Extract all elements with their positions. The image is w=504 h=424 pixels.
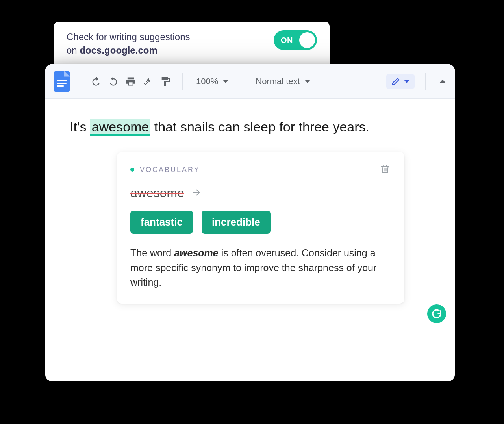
replacement-chip[interactable]: fantastic — [130, 211, 193, 234]
style-dropdown[interactable]: Normal text — [252, 76, 313, 87]
original-word: awesome — [130, 186, 184, 200]
chevron-down-icon — [223, 80, 228, 83]
highlighted-word[interactable]: awesome — [90, 119, 151, 136]
settings-line1: Check for writing suggestions — [67, 31, 190, 42]
collapse-toolbar-button[interactable] — [439, 80, 446, 83]
paint-format-button[interactable] — [159, 75, 172, 88]
chevron-down-icon — [404, 80, 410, 83]
toolbar: 100% Normal text — [45, 64, 455, 99]
settings-domain: docs.google.com — [80, 45, 157, 56]
zoom-value: 100% — [196, 76, 218, 87]
category-label: VOCABULARY — [140, 166, 200, 174]
settings-text: Check for writing suggestions on docs.go… — [67, 30, 190, 57]
dismiss-button[interactable] — [379, 163, 391, 176]
print-button[interactable] — [124, 75, 137, 88]
spellcheck-button[interactable] — [141, 75, 155, 88]
category-dot-icon — [130, 168, 134, 172]
docs-icon[interactable] — [54, 71, 70, 92]
redo-button[interactable] — [107, 75, 120, 88]
suggestions-toggle[interactable]: ON — [274, 30, 317, 50]
document-body[interactable]: It's awesome that snails can sleep for t… — [45, 99, 455, 331]
desc-prefix: The word — [130, 247, 174, 258]
chevron-down-icon — [305, 80, 310, 83]
zoom-dropdown[interactable]: 100% — [193, 76, 232, 87]
undo-button[interactable] — [89, 75, 103, 88]
toolbar-separator — [182, 73, 183, 90]
suggestion-card: VOCABULARY awesome fantastic incredible — [117, 152, 404, 304]
grammarly-badge[interactable] — [427, 304, 446, 323]
editor-window: 100% Normal text It's awesome that snail… — [45, 64, 455, 381]
toggle-knob — [299, 32, 315, 48]
arrow-right-icon — [191, 187, 202, 199]
text-prefix: It's — [70, 119, 90, 134]
toolbar-separator — [242, 73, 242, 90]
desc-bold: awesome — [174, 247, 219, 258]
toggle-label: ON — [281, 36, 293, 45]
settings-line2-prefix: on — [67, 45, 80, 56]
suggestion-category: VOCABULARY — [130, 166, 200, 174]
text-suffix: that snails can sleep for three years. — [150, 119, 369, 134]
editing-mode-button[interactable] — [386, 74, 415, 89]
style-value: Normal text — [256, 76, 300, 87]
replacement-chip[interactable]: incredible — [202, 211, 271, 234]
document-text[interactable]: It's awesome that snails can sleep for t… — [70, 117, 430, 137]
suggestion-description: The word awesome is often overused. Cons… — [130, 246, 391, 290]
toolbar-separator — [425, 73, 426, 90]
